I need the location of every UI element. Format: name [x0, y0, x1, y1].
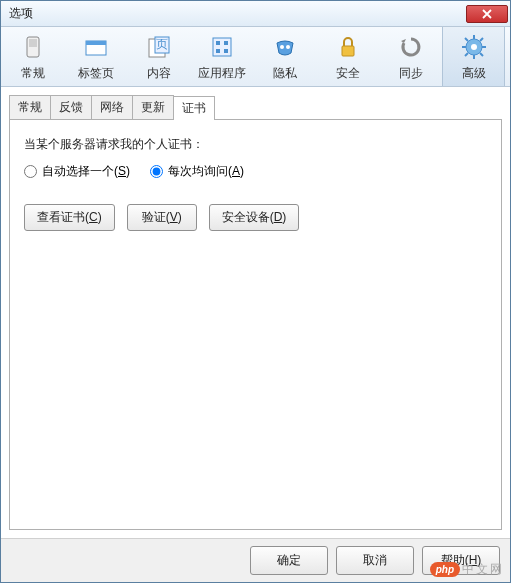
- svg-rect-7: [213, 38, 231, 56]
- tab-certificate[interactable]: 证书: [173, 96, 215, 120]
- switch-icon: [17, 31, 49, 63]
- cert-button-row: 查看证书(C) 验证(V) 安全设备(D): [24, 204, 487, 231]
- toolbar: 常规 标签页 页 内容 应用程序 隐私 安全 同步 高级: [1, 27, 510, 87]
- radio-auto-input[interactable]: [24, 165, 37, 178]
- radio-auto-label: 自动选择一个(S): [42, 163, 130, 180]
- tab-panel: 当某个服务器请求我的个人证书： 自动选择一个(S) 每次均询问(A) 查看证书(…: [9, 120, 502, 530]
- svg-rect-3: [86, 41, 106, 45]
- tab-network[interactable]: 网络: [91, 95, 133, 119]
- toolbar-general[interactable]: 常规: [1, 27, 64, 86]
- radio-auto-select[interactable]: 自动选择一个(S): [24, 163, 130, 180]
- toolbar-content[interactable]: 页 内容: [127, 27, 190, 86]
- svg-point-13: [286, 45, 290, 49]
- toolbar-privacy[interactable]: 隐私: [253, 27, 316, 86]
- apps-icon: [206, 31, 238, 63]
- svg-rect-11: [224, 49, 228, 53]
- svg-rect-8: [216, 41, 220, 45]
- svg-line-21: [465, 38, 468, 41]
- toolbar-security[interactable]: 安全: [316, 27, 379, 86]
- svg-point-16: [471, 44, 477, 50]
- tabs-icon: [80, 31, 112, 63]
- gear-icon: [458, 31, 490, 63]
- cert-description: 当某个服务器请求我的个人证书：: [24, 136, 487, 153]
- content-area: 常规 反馈 网络 更新 证书 当某个服务器请求我的个人证书： 自动选择一个(S)…: [1, 87, 510, 538]
- toolbar-label: 安全: [336, 65, 360, 82]
- svg-line-24: [465, 53, 468, 56]
- cert-radio-group: 自动选择一个(S) 每次均询问(A): [24, 163, 487, 180]
- toolbar-tabs[interactable]: 标签页: [64, 27, 127, 86]
- verify-button[interactable]: 验证(V): [127, 204, 197, 231]
- svg-rect-1: [29, 39, 37, 47]
- tab-update[interactable]: 更新: [132, 95, 174, 119]
- watermark-text: 中文网: [462, 561, 504, 578]
- content-icon: 页: [143, 31, 175, 63]
- mask-icon: [269, 31, 301, 63]
- toolbar-label: 应用程序: [198, 65, 246, 82]
- toolbar-sync[interactable]: 同步: [379, 27, 442, 86]
- ok-button[interactable]: 确定: [250, 546, 328, 575]
- titlebar: 选项: [1, 1, 510, 27]
- lock-icon: [332, 31, 364, 63]
- close-icon: [482, 9, 492, 19]
- radio-ask-input[interactable]: [150, 165, 163, 178]
- svg-rect-10: [216, 49, 220, 53]
- tab-row: 常规 反馈 网络 更新 证书: [9, 95, 502, 120]
- svg-point-12: [280, 45, 284, 49]
- security-devices-button[interactable]: 安全设备(D): [209, 204, 300, 231]
- sync-icon: [395, 31, 427, 63]
- toolbar-label: 高级: [462, 65, 486, 82]
- toolbar-label: 隐私: [273, 65, 297, 82]
- cancel-button[interactable]: 取消: [336, 546, 414, 575]
- close-button[interactable]: [466, 5, 508, 23]
- toolbar-label: 同步: [399, 65, 423, 82]
- toolbar-apps[interactable]: 应用程序: [190, 27, 253, 86]
- php-badge: php: [430, 562, 460, 577]
- svg-text:页: 页: [156, 37, 168, 51]
- radio-ask-label: 每次均询问(A): [168, 163, 244, 180]
- dialog-footer: 确定 取消 帮助(H) php 中文网: [1, 538, 510, 582]
- toolbar-label: 常规: [21, 65, 45, 82]
- toolbar-advanced[interactable]: 高级: [442, 27, 505, 86]
- svg-rect-9: [224, 41, 228, 45]
- toolbar-label: 内容: [147, 65, 171, 82]
- watermark: php 中文网: [430, 561, 504, 578]
- radio-ask-every[interactable]: 每次均询问(A): [150, 163, 244, 180]
- svg-line-23: [480, 38, 483, 41]
- toolbar-label: 标签页: [78, 65, 114, 82]
- window-title: 选项: [9, 5, 466, 22]
- svg-rect-14: [342, 46, 354, 56]
- svg-line-22: [480, 53, 483, 56]
- tab-feedback[interactable]: 反馈: [50, 95, 92, 119]
- tab-general[interactable]: 常规: [9, 95, 51, 119]
- view-cert-button[interactable]: 查看证书(C): [24, 204, 115, 231]
